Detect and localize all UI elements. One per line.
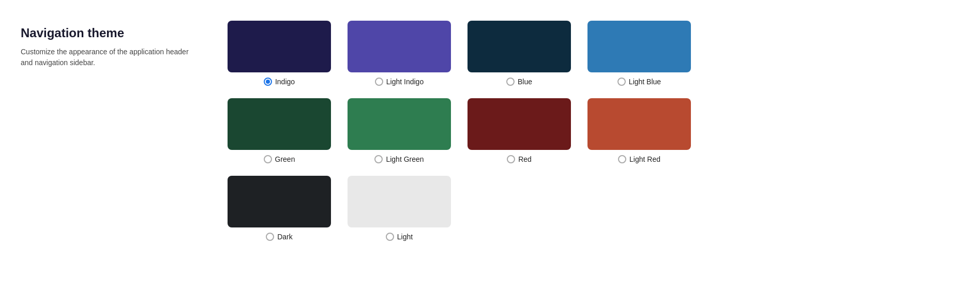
radio-btn-blue (506, 78, 515, 86)
color-label-text-blue: Blue (518, 78, 532, 86)
color-option-blue[interactable]: Blue (468, 21, 571, 86)
section-title: Navigation theme (21, 26, 197, 40)
page-container: Navigation theme Customize the appearanc… (21, 21, 959, 241)
radio-btn-light-indigo (375, 78, 383, 86)
color-option-light[interactable]: Light (348, 176, 451, 241)
radio-btn-red (507, 155, 515, 163)
radio-btn-light-blue (617, 78, 626, 86)
color-label-text-light-blue: Light Blue (629, 78, 661, 86)
color-label-dark[interactable]: Dark (266, 233, 293, 241)
color-swatch-indigo (228, 21, 331, 72)
color-label-light-green[interactable]: Light Green (374, 155, 424, 163)
color-swatch-light (348, 176, 451, 227)
radio-btn-light (386, 233, 394, 241)
color-label-light-red[interactable]: Light Red (618, 155, 660, 163)
color-label-red[interactable]: Red (507, 155, 532, 163)
color-swatch-dark (228, 176, 331, 227)
color-option-indigo[interactable]: Indigo (228, 21, 331, 86)
radio-btn-indigo (264, 78, 272, 86)
color-label-text-dark: Dark (277, 233, 293, 241)
radio-btn-green (264, 155, 272, 163)
color-label-light-indigo[interactable]: Light Indigo (375, 78, 424, 86)
radio-btn-light-green (374, 155, 383, 163)
radio-btn-light-red (618, 155, 626, 163)
color-option-green[interactable]: Green (228, 98, 331, 163)
color-option-light-green[interactable]: Light Green (348, 98, 451, 163)
color-option-red[interactable]: Red (468, 98, 571, 163)
color-label-indigo[interactable]: Indigo (264, 78, 295, 86)
color-swatch-green (228, 98, 331, 150)
color-swatch-light-red (587, 98, 691, 150)
color-label-light-blue[interactable]: Light Blue (617, 78, 661, 86)
color-swatch-blue (468, 21, 571, 72)
color-label-light[interactable]: Light (386, 233, 413, 241)
radio-btn-dark (266, 233, 274, 241)
color-option-light-indigo[interactable]: Light Indigo (348, 21, 451, 86)
color-label-text-red: Red (518, 155, 532, 163)
color-label-text-light: Light (397, 233, 413, 241)
color-label-text-indigo: Indigo (275, 78, 295, 86)
color-swatch-light-indigo (348, 21, 451, 72)
color-label-blue[interactable]: Blue (506, 78, 532, 86)
color-label-text-green: Green (275, 155, 295, 163)
color-label-text-light-indigo: Light Indigo (386, 78, 424, 86)
left-panel: Navigation theme Customize the appearanc… (21, 21, 197, 68)
color-swatch-light-blue (587, 21, 691, 72)
color-option-light-blue[interactable]: Light Blue (587, 21, 691, 86)
color-swatch-red (468, 98, 571, 150)
color-label-green[interactable]: Green (264, 155, 295, 163)
color-grid: IndigoLight IndigoBlueLight BlueGreenLig… (228, 21, 691, 241)
section-description: Customize the appearance of the applicat… (21, 47, 197, 68)
color-label-text-light-green: Light Green (386, 155, 424, 163)
color-option-light-red[interactable]: Light Red (587, 98, 691, 163)
color-option-dark[interactable]: Dark (228, 176, 331, 241)
color-label-text-light-red: Light Red (629, 155, 660, 163)
color-swatch-light-green (348, 98, 451, 150)
